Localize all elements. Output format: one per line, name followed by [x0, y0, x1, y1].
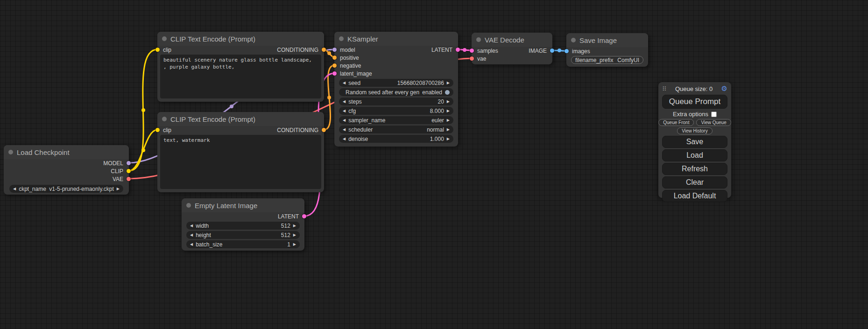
batch-size-widget[interactable]: ◀ batch_size 1 ▶	[186, 240, 300, 248]
clip-input-port[interactable]	[155, 128, 160, 132]
node-clip-text-encode-positive[interactable]: CLIP Text Encode (Prompt) clip CONDITION…	[157, 32, 324, 102]
samples-input-port[interactable]	[470, 49, 474, 53]
widget-value: 512	[281, 223, 290, 229]
latent-image-input-port[interactable]	[332, 71, 337, 76]
image-output-port[interactable]	[550, 49, 554, 53]
view-history-button[interactable]: View History	[677, 127, 712, 134]
width-widget[interactable]: ◀ width 512 ▶	[186, 222, 300, 230]
left-arrow-icon[interactable]: ◀	[190, 243, 193, 246]
scheduler-widget[interactable]: ◀ scheduler normal ▶	[339, 126, 453, 133]
left-arrow-icon[interactable]: ◀	[190, 233, 193, 237]
conditioning-output-label: CONDITIONING	[277, 127, 318, 133]
load-default-button[interactable]: Load Default	[662, 190, 727, 202]
conditioning-output-port[interactable]	[322, 48, 326, 52]
left-arrow-icon[interactable]: ◀	[343, 119, 346, 122]
collapse-dot[interactable]	[476, 37, 481, 42]
widget-name: batch_size	[196, 241, 222, 248]
collapse-dot[interactable]	[8, 150, 13, 154]
extra-options-checkbox[interactable]	[711, 112, 717, 117]
left-arrow-icon[interactable]: ◀	[343, 137, 346, 141]
clip-encode-positive-title-bar[interactable]: CLIP Text Encode (Prompt)	[157, 32, 324, 46]
slot-row: images	[566, 47, 648, 55]
widget-name: filename_prefix	[575, 57, 613, 63]
drag-handle-icon[interactable]: ⠿	[662, 85, 667, 92]
collapse-dot[interactable]	[186, 203, 191, 208]
images-input-port[interactable]	[565, 49, 569, 53]
right-arrow-icon[interactable]: ▶	[293, 233, 296, 237]
vae-output-port[interactable]	[127, 177, 131, 181]
model-output-port[interactable]	[127, 161, 131, 165]
queue-front-button[interactable]: Queue Front	[658, 119, 694, 126]
load-button[interactable]: Load	[662, 149, 727, 161]
right-arrow-icon[interactable]: ▶	[447, 137, 450, 141]
widget-value: 20	[438, 98, 444, 105]
node-title: KSampler	[347, 35, 378, 43]
left-arrow-icon[interactable]: ◀	[343, 81, 346, 85]
right-arrow-icon[interactable]: ▶	[447, 119, 450, 122]
queue-prompt-button[interactable]: Queue Prompt	[662, 95, 727, 109]
save-image-title-bar[interactable]: Save Image	[566, 33, 648, 47]
load-checkpoint-title-bar[interactable]: Load Checkpoint	[4, 145, 129, 159]
collapse-dot[interactable]	[339, 36, 344, 41]
settings-gear-icon[interactable]: ⚙	[721, 84, 727, 93]
graph-canvas[interactable]: Load Checkpoint MODEL CLIP VAE ◀ ckpt_na…	[0, 0, 868, 329]
denoise-widget[interactable]: ◀ denoise 1.000 ▶	[339, 135, 453, 143]
clear-button[interactable]: Clear	[662, 176, 727, 189]
ckpt-name-widget[interactable]: ◀ ckpt_name v1-5-pruned-emaonly.ckpt ▶	[9, 185, 123, 193]
collapse-dot[interactable]	[162, 117, 167, 121]
positive-prompt-text[interactable]: beautiful scenery nature glass bottle la…	[160, 55, 321, 98]
positive-input-port[interactable]	[332, 56, 337, 60]
node-ksampler[interactable]: KSampler model LATENT positive negative …	[334, 32, 458, 147]
right-arrow-icon[interactable]: ▶	[293, 224, 296, 228]
right-arrow-icon[interactable]: ▶	[447, 81, 450, 85]
collapse-dot[interactable]	[571, 38, 576, 42]
left-arrow-icon[interactable]: ◀	[343, 100, 346, 104]
node-empty-latent-image[interactable]: Empty Latent Image LATENT ◀ width 512 ▶ …	[182, 198, 304, 251]
clip-output-port[interactable]	[127, 169, 131, 173]
refresh-button[interactable]: Refresh	[662, 163, 727, 175]
node-vae-decode[interactable]: VAE Decode samples IMAGE vae	[472, 33, 552, 64]
view-queue-button[interactable]: View Queue	[696, 119, 731, 126]
conditioning-output-port[interactable]	[322, 128, 326, 132]
widget-value: 156680208700286	[397, 80, 444, 86]
right-arrow-icon[interactable]: ▶	[293, 243, 296, 246]
save-button[interactable]: Save	[662, 136, 727, 148]
left-arrow-icon[interactable]: ◀	[343, 128, 346, 132]
left-arrow-icon[interactable]: ◀	[13, 187, 16, 191]
widget-value: normal	[427, 126, 444, 133]
seed-widget[interactable]: ◀ seed 156680208700286 ▶	[339, 79, 453, 87]
clip-output-label: CLIP	[111, 168, 123, 175]
negative-prompt-text[interactable]: text, watermark	[160, 135, 321, 189]
ksampler-title-bar[interactable]: KSampler	[334, 32, 458, 46]
node-save-image[interactable]: Save Image images filename_prefix ComfyU…	[566, 33, 648, 67]
menu-header: ⠿ Queue size: 0 ⚙	[658, 84, 731, 93]
slot-row: CLIP	[4, 167, 129, 175]
right-arrow-icon[interactable]: ▶	[447, 100, 450, 104]
clip-encode-negative-title-bar[interactable]: CLIP Text Encode (Prompt)	[157, 112, 324, 126]
right-arrow-icon[interactable]: ▶	[447, 128, 450, 132]
node-clip-text-encode-negative[interactable]: CLIP Text Encode (Prompt) clip CONDITION…	[157, 112, 324, 192]
vae-decode-title-bar[interactable]: VAE Decode	[472, 33, 552, 47]
model-input-port[interactable]	[332, 48, 337, 52]
random-seed-toggle-widget[interactable]: Random seed after every gen enabled	[339, 88, 453, 96]
height-widget[interactable]: ◀ height 512 ▶	[186, 231, 300, 239]
latent-output-port[interactable]	[456, 48, 460, 52]
vae-input-port[interactable]	[470, 56, 474, 61]
latent-output-port[interactable]	[302, 214, 306, 218]
steps-widget[interactable]: ◀ steps 20 ▶	[339, 98, 453, 105]
widget-name: seed	[348, 80, 360, 86]
cfg-widget[interactable]: ◀ cfg 8.000 ▶	[339, 107, 453, 115]
node-load-checkpoint[interactable]: Load Checkpoint MODEL CLIP VAE ◀ ckpt_na…	[4, 145, 129, 195]
clip-input-port[interactable]	[155, 48, 160, 52]
negative-input-port[interactable]	[332, 63, 337, 68]
negative-input-label: negative	[340, 63, 361, 69]
filename-prefix-widget[interactable]: filename_prefix ComfyUI	[571, 56, 643, 64]
sampler-name-widget[interactable]: ◀ sampler_name euler ▶	[339, 116, 453, 124]
vae-input-label: vae	[477, 56, 486, 62]
left-arrow-icon[interactable]: ◀	[190, 224, 193, 228]
empty-latent-title-bar[interactable]: Empty Latent Image	[182, 198, 304, 212]
left-arrow-icon[interactable]: ◀	[343, 109, 346, 113]
right-arrow-icon[interactable]: ▶	[447, 109, 450, 113]
right-arrow-icon[interactable]: ▶	[117, 187, 120, 191]
collapse-dot[interactable]	[162, 36, 167, 41]
